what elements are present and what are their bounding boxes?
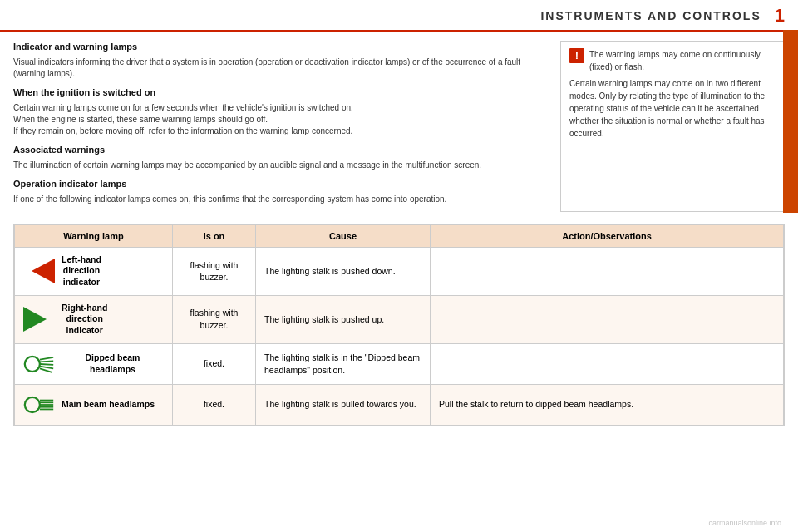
- lamp-cell-main-beam: Main beam headlamps: [15, 384, 173, 425]
- action-right-indicator: [431, 295, 784, 343]
- section-body-3: The illumination of certain warning lamp…: [13, 160, 549, 171]
- col-header-warning-lamp: Warning lamp: [15, 224, 173, 247]
- dipped-beam-icon: [23, 351, 55, 377]
- svg-line-9: [40, 368, 52, 372]
- section-indicator-warning: Indicator and warning lamps Visual indic…: [13, 41, 549, 80]
- section-title-3: Associated warnings: [13, 144, 549, 157]
- table-row: Right-handdirectionindicator flashing wi…: [15, 295, 784, 343]
- section-body-2: Certain warning lamps come on for a few …: [13, 102, 549, 137]
- page-header: INSTRUMENTS and CONTROLS 1: [0, 0, 798, 32]
- table-row: Left-handdirectionindicator flashing wit…: [15, 247, 784, 295]
- section-title-4: Operation indicator lamps: [13, 178, 549, 191]
- svg-line-8: [40, 366, 53, 368]
- watermark: carmanualsonline.info: [708, 519, 781, 527]
- svg-rect-3: [23, 316, 38, 323]
- page-number: 1: [775, 5, 785, 27]
- col-header-is-on: is on: [173, 224, 256, 247]
- svg-point-4: [25, 357, 40, 372]
- right-arrow-icon: [23, 306, 55, 332]
- lamp-cell-dipped-beam: Dipped beam headlamps: [15, 343, 173, 384]
- warning-box: ! The warning lamps may come on continuo…: [560, 41, 785, 212]
- col-header-cause: Cause: [256, 224, 431, 247]
- warning-table-section: Warning lamp is on Cause Action/Observat…: [13, 224, 785, 426]
- header-title: INSTRUMENTS and CONTROLS: [540, 9, 761, 22]
- lamp-name-dipped-beam: Dipped beam headlamps: [62, 352, 164, 375]
- table-header-row: Warning lamp is on Cause Action/Observat…: [15, 224, 784, 247]
- lamp-cell-left-indicator: Left-handdirectionindicator: [15, 247, 173, 295]
- section-associated: Associated warnings The illumination of …: [13, 144, 549, 171]
- action-main-beam: Pull the stalk to return to dipped beam …: [431, 384, 784, 425]
- is-on-dipped-beam: fixed.: [173, 343, 256, 384]
- table-row: Dipped beam headlamps fixed. The lightin…: [15, 343, 784, 384]
- svg-point-10: [25, 397, 40, 412]
- section-title-2: When the ignition is switched on: [13, 86, 549, 100]
- cause-right-indicator: The lighting stalk is pushed up.: [256, 295, 431, 343]
- left-text-area: Indicator and warning lamps Visual indic…: [13, 41, 549, 212]
- cause-left-indicator: The lighting stalk is pushed down.: [256, 247, 431, 295]
- is-on-right-indicator: flashing with buzzer.: [173, 295, 256, 343]
- lamp-name-right-indicator: Right-handdirectionindicator: [62, 303, 107, 337]
- action-dipped-beam: [431, 343, 784, 384]
- lamp-cell-right-indicator: Right-handdirectionindicator: [15, 295, 173, 343]
- is-on-left-indicator: flashing with buzzer.: [173, 247, 256, 295]
- lamp-name-main-beam: Main beam headlamps: [62, 399, 155, 411]
- main-beam-icon: [23, 392, 55, 418]
- main-content: Indicator and warning lamps Visual indic…: [0, 32, 798, 217]
- section-operation: Operation indicator lamps If one of the …: [13, 178, 549, 205]
- warning-text-1: The warning lamps may come on continuous…: [589, 48, 776, 73]
- cause-dipped-beam: The lighting stalk is in the "Dipped bea…: [256, 343, 431, 384]
- is-on-main-beam: fixed.: [173, 384, 256, 425]
- section-body-4: If one of the following indicator lamps …: [13, 194, 549, 205]
- warning-table: Warning lamp is on Cause Action/Observat…: [14, 224, 784, 426]
- exclamation-icon: !: [569, 48, 584, 63]
- cause-main-beam: The lighting stalk is pulled towards you…: [256, 384, 431, 425]
- col-header-action: Action/Observations: [431, 224, 784, 247]
- svg-rect-1: [40, 268, 55, 274]
- table-row: Main beam headlamps fixed. The lighting …: [15, 384, 784, 425]
- svg-line-7: [40, 364, 53, 365]
- section-ignition: When the ignition is switched on Certain…: [13, 86, 549, 137]
- left-arrow-icon: [23, 258, 55, 284]
- warning-box-header: ! The warning lamps may come on continuo…: [569, 48, 776, 73]
- svg-line-5: [40, 357, 53, 359]
- svg-line-6: [40, 361, 53, 362]
- section-body-1: Visual indicators informing the driver t…: [13, 57, 549, 80]
- section-title-1: Indicator and warning lamps: [13, 41, 549, 54]
- lamp-name-left-indicator: Left-handdirectionindicator: [62, 254, 101, 288]
- warning-text-2: Certain warning lamps may come on in two…: [569, 77, 776, 140]
- sidebar-accent: [783, 30, 798, 213]
- action-left-indicator: [431, 247, 784, 295]
